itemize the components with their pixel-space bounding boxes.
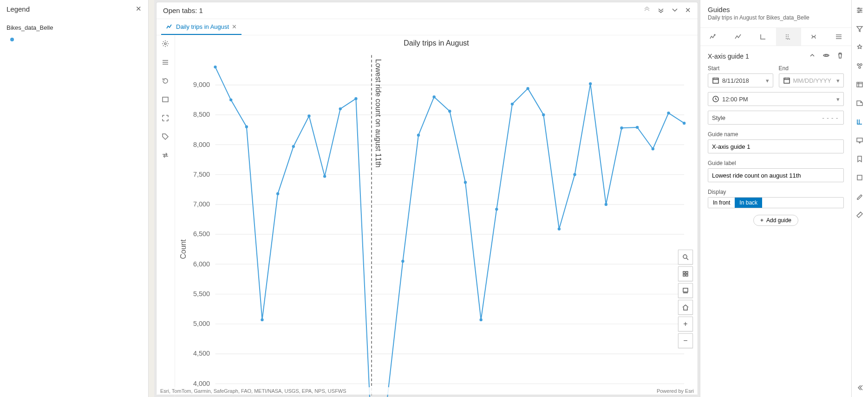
- rail-collapse-icon[interactable]: [856, 384, 864, 392]
- close-pane-button[interactable]: ✕: [685, 6, 691, 15]
- svg-point-67: [683, 255, 687, 258]
- selection-icon[interactable]: [162, 114, 170, 123]
- config-tab-general[interactable]: [826, 28, 851, 46]
- svg-text:8,500: 8,500: [193, 111, 210, 118]
- close-legend-button[interactable]: ✕: [136, 5, 142, 13]
- svg-point-43: [323, 175, 326, 178]
- svg-point-40: [276, 192, 279, 195]
- display-label: Display: [708, 189, 844, 195]
- add-guide-button[interactable]: + Add guide: [753, 215, 798, 226]
- collapse-guide-icon[interactable]: [809, 52, 816, 60]
- svg-point-37: [229, 99, 232, 101]
- rail-bookmark-icon[interactable]: [856, 155, 864, 164]
- expand-down-icon[interactable]: [657, 6, 665, 15]
- map-background-strip: [149, 0, 154, 397]
- display-in-front-button[interactable]: In front: [708, 198, 735, 208]
- rail-edit-icon[interactable]: [856, 192, 864, 201]
- rail-filter-icon[interactable]: [856, 25, 864, 33]
- svg-point-45: [354, 97, 357, 100]
- svg-point-38: [245, 126, 248, 128]
- open-tabs-label: Open tabs: 1: [163, 7, 203, 14]
- svg-point-49: [417, 133, 420, 136]
- time-picker[interactable]: 12:00 PM ▾: [708, 92, 844, 106]
- rail-settings-icon[interactable]: [856, 7, 864, 15]
- tag-icon[interactable]: [162, 133, 170, 141]
- settings-icon[interactable]: [162, 40, 170, 48]
- guide-name-input[interactable]: [708, 139, 844, 153]
- map-powered-by: Powered by Esri: [657, 388, 694, 394]
- rail-effects-icon[interactable]: [856, 44, 864, 52]
- filter-extent-icon[interactable]: [162, 96, 170, 104]
- svg-point-36: [214, 66, 216, 68]
- svg-rect-71: [686, 274, 688, 276]
- display-in-back-button[interactable]: In back: [735, 198, 762, 208]
- home-button[interactable]: [678, 300, 693, 315]
- start-date-picker[interactable]: 8/11/2018 ▾: [708, 73, 773, 87]
- collapse-up-icon[interactable]: [643, 6, 651, 15]
- time-value: 12:00 PM: [722, 96, 748, 103]
- basemap-button[interactable]: [678, 266, 693, 281]
- svg-rect-84: [857, 175, 862, 180]
- svg-point-56: [526, 87, 529, 90]
- chevron-down-icon: ▾: [766, 77, 769, 84]
- svg-point-55: [511, 103, 514, 106]
- chart-tab[interactable]: Daily trips in August ✕: [161, 19, 241, 35]
- right-icon-rail: [851, 0, 868, 397]
- swap-axes-icon[interactable]: [162, 152, 170, 160]
- rail-fields-icon[interactable]: [856, 81, 864, 89]
- guide-label-label: Guide label: [708, 160, 844, 166]
- config-tab-guides[interactable]: [776, 28, 801, 46]
- style-picker[interactable]: Style ----: [708, 111, 844, 125]
- calendar-icon: [712, 77, 719, 84]
- end-date-picker[interactable]: MM/DD/YYYY ▾: [779, 73, 844, 87]
- svg-text:7,500: 7,500: [193, 171, 210, 178]
- chart-tab-label: Daily trips in August: [176, 23, 229, 30]
- rail-labels-icon[interactable]: [856, 99, 864, 108]
- legend-title: Legend: [7, 5, 30, 13]
- svg-text:6,500: 6,500: [193, 230, 210, 238]
- svg-point-59: [573, 173, 576, 176]
- rail-style-icon[interactable]: [856, 62, 864, 71]
- config-tab-data[interactable]: [700, 28, 725, 46]
- svg-point-61: [605, 203, 607, 206]
- zoom-out-button[interactable]: −: [678, 333, 693, 348]
- svg-text:4,500: 4,500: [193, 350, 210, 357]
- legend-layer-name: Bikes_data_Belle: [7, 24, 142, 31]
- svg-text:5,000: 5,000: [193, 320, 210, 327]
- start-label: Start: [708, 65, 773, 72]
- guide-name-label: Guide name: [708, 131, 844, 138]
- search-map-button[interactable]: [678, 250, 693, 265]
- chevron-down-icon: ▾: [836, 77, 840, 84]
- svg-point-51: [448, 110, 451, 112]
- svg-point-0: [164, 43, 166, 45]
- visibility-icon[interactable]: [822, 52, 830, 60]
- svg-point-66: [683, 122, 685, 125]
- rail-measure-icon[interactable]: [856, 211, 864, 219]
- zoom-in-button[interactable]: +: [678, 317, 693, 331]
- svg-point-65: [667, 112, 670, 114]
- config-tab-format[interactable]: [801, 28, 826, 46]
- chart-area[interactable]: Daily trips in August 3,5004,0004,5005,0…: [175, 35, 698, 397]
- map-attribution-bar: Esri, TomTom, Garmin, SafeGraph, FAO, ME…: [157, 387, 698, 395]
- svg-point-63: [636, 126, 639, 129]
- svg-point-42: [307, 114, 310, 117]
- rail-chart-config-icon[interactable]: [856, 118, 864, 126]
- svg-text:8,000: 8,000: [193, 141, 210, 148]
- legend-toggle-icon[interactable]: [162, 59, 170, 67]
- config-tab-axes[interactable]: [751, 28, 776, 46]
- bookmark-button[interactable]: [678, 283, 693, 298]
- svg-point-62: [620, 126, 623, 129]
- rail-sketch-icon[interactable]: [856, 174, 864, 182]
- close-tab-button[interactable]: ✕: [232, 23, 237, 30]
- delete-guide-icon[interactable]: [836, 52, 844, 60]
- config-tab-series[interactable]: [725, 28, 751, 46]
- svg-text:7,000: 7,000: [193, 200, 210, 208]
- svg-rect-72: [683, 288, 688, 292]
- chart-svg[interactable]: 3,5004,0004,5005,0005,5006,0006,5007,000…: [175, 48, 698, 397]
- svg-text:5,500: 5,500: [193, 290, 210, 298]
- guide-label-input[interactable]: [708, 168, 844, 182]
- rail-popup-icon[interactable]: [856, 137, 864, 145]
- svg-point-58: [558, 227, 561, 230]
- rotate-icon[interactable]: [162, 77, 170, 86]
- chevron-down-icon[interactable]: [671, 6, 679, 15]
